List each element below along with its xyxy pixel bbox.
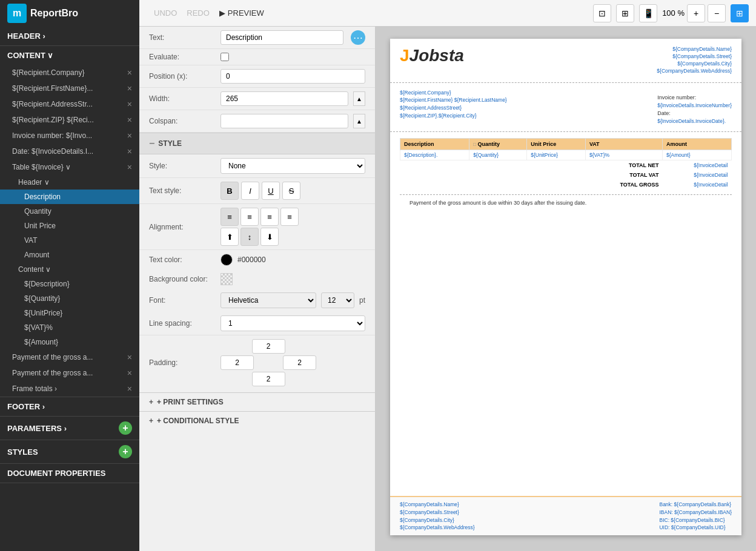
text-style-buttons: B I U S [220, 182, 300, 200]
mobile-view-button[interactable]: 📱 [639, 4, 657, 22]
zoom-out-button[interactable]: − [708, 4, 726, 22]
footer-section-header[interactable]: FOOTER › [0, 397, 139, 416]
sidebar-item-recipient-zip[interactable]: ${Recipient.ZIP} ${Reci... × [0, 112, 139, 128]
sidebar-item-recipient-firstname[interactable]: ${Recipient.FirstName}... × [0, 81, 139, 96]
font-select[interactable]: Helvetica [220, 292, 316, 308]
position-input[interactable] [220, 69, 365, 84]
padding-row: Padding: [149, 339, 365, 386]
app-name: ReportBro [30, 8, 78, 19]
sidebar-item-table[interactable]: Table ${Invoice} ∨ × [0, 159, 139, 175]
remove-table-icon[interactable]: × [127, 162, 132, 172]
sidebar-item-vat[interactable]: VAT [0, 233, 139, 248]
remove-invoice-number-icon[interactable]: × [127, 131, 132, 140]
width-input[interactable] [220, 91, 348, 106]
bg-color-swatch[interactable] [220, 273, 233, 285]
text-color-swatch[interactable] [220, 254, 233, 266]
zoom-in-button[interactable]: + [687, 4, 705, 22]
sidebar-item-recipient-address[interactable]: ${Recipient.AddressStr... × [0, 96, 139, 112]
remove-recipient-company-icon[interactable]: × [127, 68, 132, 78]
remove-payment1-icon[interactable]: × [127, 352, 132, 362]
th-unit-price: Unit Price [527, 139, 586, 150]
font-row: Font: Helvetica 12 pt [139, 289, 375, 312]
align-left-button[interactable]: ≡ [220, 208, 239, 226]
text-color-value: #000000 [237, 256, 266, 264]
valign-bottom-button[interactable]: ⬇ [260, 228, 279, 246]
header-section-header[interactable]: HEADER › [0, 27, 139, 45]
text-style-label: Text style: [149, 186, 216, 195]
valign-middle-button[interactable]: ↕ [240, 228, 259, 246]
sidebar-item-description[interactable]: Description [0, 190, 139, 204]
font-size-select[interactable]: 12 [321, 292, 354, 308]
remove-recipient-address-icon[interactable]: × [127, 99, 132, 109]
fit-width-button[interactable]: ⊞ [616, 4, 634, 22]
sidebar-item-var-vat[interactable]: ${VAT}% [0, 320, 139, 335]
conditional-style-section[interactable]: + + CONDITIONAL STYLE [139, 411, 375, 430]
sidebar-item-unit-price[interactable]: Unit Price [0, 219, 139, 233]
strikethrough-button[interactable]: S [282, 182, 300, 200]
remove-recipient-zip-icon[interactable]: × [127, 115, 132, 125]
print-settings-section[interactable]: + + PRINT SETTINGS [139, 392, 375, 411]
padding-bottom-input[interactable] [252, 372, 285, 386]
sidebar-item-table-header[interactable]: Header ∨ [0, 175, 139, 190]
undo-button[interactable]: UNDO [154, 8, 177, 18]
parameters-section-header[interactable]: PARAMETERS › + [0, 417, 139, 440]
zoom-control: 100 % + − [662, 4, 726, 22]
more-options-button[interactable]: ⋯ [351, 30, 365, 45]
padding-left-input[interactable] [220, 355, 254, 370]
sidebar-item-amount[interactable]: Amount [0, 248, 139, 262]
style-select[interactable]: None [220, 158, 365, 174]
invoice-ref: Invoice number: ${InvoiceDetails.Invoice… [657, 94, 732, 126]
toolbar-actions: UNDO REDO ▶ PREVIEW [154, 8, 264, 18]
content-section-header[interactable]: CONTENT ∨ [0, 46, 139, 65]
padding-right-input[interactable] [283, 355, 316, 370]
sidebar-item-recipient-company[interactable]: ${Recipient.Company} × [0, 65, 139, 81]
underline-button[interactable]: U [262, 182, 280, 200]
remove-date-icon[interactable]: × [127, 147, 132, 156]
sidebar-item-table-content[interactable]: Content ∨ [0, 262, 139, 277]
sidebar-item-quantity[interactable]: Quantity [0, 204, 139, 219]
width-increment[interactable]: ▲ [353, 91, 365, 106]
sidebar-item-payment1[interactable]: Payment of the gross a... × [0, 349, 139, 365]
colspan-input[interactable] [220, 114, 348, 128]
th-quantity: □ Quantity [469, 139, 527, 150]
redo-button[interactable]: REDO [187, 8, 210, 18]
footer-left: ${CompanyDetails.Name} ${CompanyDetails.… [400, 501, 475, 532]
remove-payment2-icon[interactable]: × [127, 368, 132, 378]
app-logo: m ReportBro [0, 0, 139, 27]
padding-top-input[interactable] [252, 339, 285, 354]
grid-view-button[interactable]: ⊞ [731, 4, 749, 22]
evaluate-checkbox[interactable] [220, 53, 229, 61]
sidebar-item-invoice-number[interactable]: Invoice number: ${Invo... × [0, 128, 139, 144]
fit-page-button[interactable]: ⊡ [593, 4, 611, 22]
sidebar-item-var-amount[interactable]: ${Amount} [0, 335, 139, 349]
add-style-button[interactable]: + [119, 445, 132, 458]
align-right-button[interactable]: ≡ [260, 208, 279, 226]
line-spacing-select[interactable]: 1 [220, 315, 365, 331]
remove-recipient-firstname-icon[interactable]: × [127, 84, 132, 93]
bold-button[interactable]: B [220, 182, 239, 200]
align-justify-button[interactable]: ≡ [280, 208, 299, 226]
table-body: ${Description}. ${Quantity} ${UnitPrice}… [400, 150, 732, 190]
colspan-increment[interactable]: ▲ [353, 114, 365, 128]
sidebar-item-date[interactable]: Date: ${InvoiceDetails.I... × [0, 144, 139, 159]
sidebar-item-var-description[interactable]: ${Description} [0, 277, 139, 291]
doc-footer: ${CompanyDetails.Name} ${CompanyDetails.… [390, 496, 741, 535]
preview-button[interactable]: ▶ PREVIEW [219, 8, 264, 18]
sidebar-item-payment2[interactable]: Payment of the gross a... × [0, 365, 139, 381]
style-collapse-icon[interactable]: − [149, 138, 154, 149]
add-parameter-button[interactable]: + [119, 421, 132, 435]
invoice-table: Description □ Quantity Unit Price VAT Am… [400, 138, 732, 190]
italic-button[interactable]: I [241, 182, 259, 200]
sidebar-item-var-unitprice[interactable]: ${UnitPrice} [0, 306, 139, 320]
remove-frame-totals-icon[interactable]: × [127, 384, 132, 394]
total-gross-row: TOTAL GROSS ${InvoiceDetail [400, 180, 732, 190]
styles-section-header[interactable]: STYLES + [0, 440, 139, 463]
valign-top-button[interactable]: ⬆ [220, 228, 239, 246]
td-quantity: ${Quantity} [469, 150, 527, 160]
align-center-button[interactable]: ≡ [240, 208, 259, 226]
text-input[interactable] [220, 30, 343, 45]
td-unit-price: ${UnitPrice} [527, 150, 586, 160]
sidebar-item-frame-totals[interactable]: Frame totals › × [0, 381, 139, 397]
doc-props-section-header[interactable]: DOCUMENT PROPERTIES [0, 464, 139, 483]
sidebar-item-var-quantity[interactable]: ${Quantity} [0, 291, 139, 306]
